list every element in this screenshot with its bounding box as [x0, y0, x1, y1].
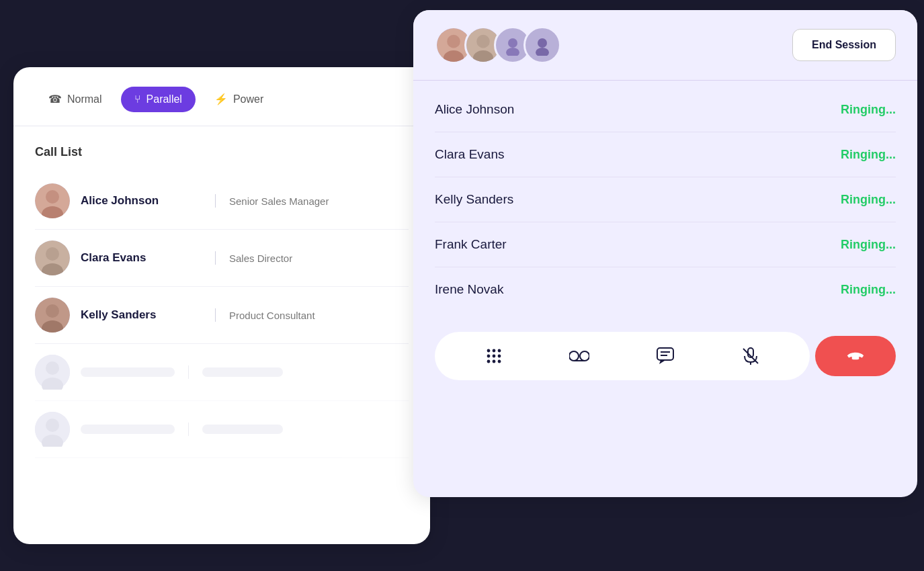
avatar	[35, 183, 70, 218]
participant-avatar-ghost	[523, 26, 561, 64]
tab-normal-label: Normal	[67, 93, 102, 105]
svg-point-35	[580, 351, 589, 361]
tab-parallel[interactable]: ⑂ Parallel	[121, 87, 196, 112]
contact-info	[81, 365, 409, 379]
svg-point-30	[498, 355, 500, 357]
status-label: Ringing...	[841, 103, 896, 117]
list-item	[35, 344, 409, 401]
svg-point-25	[487, 350, 489, 352]
tab-parallel-label: Parallel	[146, 93, 182, 105]
status-label: Ringing...	[841, 193, 896, 207]
svg-point-10	[46, 361, 59, 375]
status-row: Frank Carter Ringing...	[435, 222, 896, 267]
contact-info	[81, 423, 409, 436]
avatar	[35, 240, 70, 275]
svg-point-29	[493, 355, 495, 357]
svg-rect-37	[657, 348, 673, 360]
screen-wrapper: ☎ Normal ⑂ Parallel ⚡ Power Call List	[0, 0, 924, 571]
contact-name: Alice Johnson	[81, 194, 202, 208]
divider	[215, 308, 216, 322]
svg-point-26	[493, 350, 495, 352]
divider	[215, 251, 216, 265]
svg-point-13	[46, 419, 59, 432]
svg-point-31	[487, 361, 489, 363]
svg-point-19	[476, 35, 490, 48]
contact-role: Sales Director	[229, 253, 292, 264]
status-row: Clara Evans Ringing...	[435, 132, 896, 177]
svg-point-28	[487, 355, 489, 357]
right-panel-header: End Session	[413, 10, 917, 80]
skeleton-name	[81, 425, 175, 434]
avatar-placeholder	[35, 412, 70, 447]
parallel-icon: ⑂	[134, 93, 141, 105]
divider	[188, 423, 189, 436]
list-item[interactable]: Kelly Sanders Product Consultant	[35, 287, 409, 344]
contact-info: Clara Evans Sales Director	[81, 251, 409, 265]
status-name: Irene Novak	[435, 282, 503, 297]
skeleton-role	[202, 367, 283, 377]
avatar	[35, 298, 70, 333]
svg-point-22	[506, 48, 519, 56]
action-bar	[435, 332, 810, 380]
right-panel: End Session Alice Johnson Ringing... Cla…	[413, 10, 917, 497]
svg-point-32	[493, 361, 495, 363]
svg-point-7	[46, 304, 59, 318]
contact-role: Product Consultant	[229, 310, 315, 321]
svg-point-24	[536, 48, 549, 56]
tab-power-label: Power	[233, 93, 263, 105]
contact-name: Kelly Sanders	[81, 308, 202, 322]
status-row: Alice Johnson Ringing...	[435, 87, 896, 132]
phone-icon: ☎	[48, 93, 62, 105]
status-name: Kelly Sanders	[435, 192, 513, 207]
mute-button[interactable]	[736, 341, 765, 371]
svg-point-21	[508, 38, 517, 48]
call-list-title: Call List	[35, 145, 409, 159]
mode-tabs: ☎ Normal ⑂ Parallel ⚡ Power	[13, 67, 430, 126]
skeleton-role	[202, 425, 283, 434]
status-row: Kelly Sanders Ringing...	[435, 177, 896, 222]
status-label: Ringing...	[841, 238, 896, 252]
chat-button[interactable]	[650, 341, 680, 371]
divider	[215, 194, 216, 208]
dialpad-button[interactable]	[479, 341, 509, 371]
participant-avatars	[435, 26, 561, 64]
status-label: Ringing...	[841, 148, 896, 162]
left-panel: ☎ Normal ⑂ Parallel ⚡ Power Call List	[13, 67, 430, 544]
status-row: Irene Novak Ringing...	[435, 267, 896, 312]
contact-name: Clara Evans	[81, 251, 202, 265]
svg-point-16	[447, 35, 460, 48]
svg-point-4	[46, 247, 59, 261]
svg-point-33	[498, 361, 500, 363]
avatar-placeholder	[35, 355, 70, 390]
svg-point-23	[538, 38, 547, 48]
status-name: Frank Carter	[435, 237, 507, 252]
tab-power[interactable]: ⚡ Power	[201, 86, 277, 112]
list-item[interactable]: Alice Johnson Senior Sales Manager	[35, 173, 409, 230]
svg-point-34	[569, 351, 579, 361]
status-label: Ringing...	[841, 283, 896, 297]
voicemail-button[interactable]	[564, 341, 594, 371]
right-panel-footer	[413, 318, 917, 394]
tab-normal[interactable]: ☎ Normal	[35, 86, 116, 112]
end-call-button[interactable]	[815, 336, 896, 376]
power-icon: ⚡	[214, 93, 228, 105]
contact-info: Kelly Sanders Product Consultant	[81, 308, 409, 322]
skeleton-name	[81, 367, 175, 377]
contact-info: Alice Johnson Senior Sales Manager	[81, 194, 409, 208]
contact-role: Senior Sales Manager	[229, 195, 329, 207]
svg-point-1	[46, 190, 59, 204]
svg-point-27	[498, 350, 500, 352]
call-status-list: Alice Johnson Ringing... Clara Evans Rin…	[413, 81, 917, 318]
list-item[interactable]: Clara Evans Sales Director	[35, 230, 409, 287]
svg-line-42	[743, 349, 758, 363]
status-name: Alice Johnson	[435, 102, 514, 117]
end-session-button[interactable]: End Session	[792, 29, 896, 61]
divider	[188, 365, 189, 379]
status-name: Clara Evans	[435, 147, 505, 162]
call-list-section: Call List Alice Johnson Senior Sales Man…	[13, 126, 430, 477]
list-item	[35, 401, 409, 458]
